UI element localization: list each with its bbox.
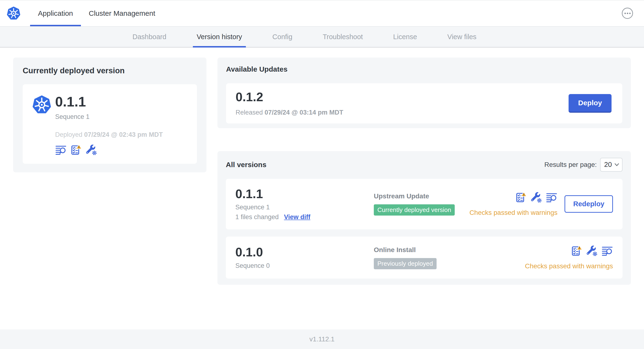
main-content: Currently deployed version [0,48,644,330]
version-row-middle: Online Install Previously deployed [374,246,525,269]
warning-triangle-icon [521,192,526,196]
all-versions-card: All versions Results per page: 20 [218,151,631,285]
update-released-timestamp: Released 07/29/24 @ 03:14 pm MDT [236,109,343,116]
tab-dashboard[interactable]: Dashboard [129,26,170,47]
available-updates-card: Available Updates 0.1.2 Released 07/29/2… [218,58,631,128]
row-version-number: 0.1.1 [235,188,374,200]
preflight-checks-warning-icon[interactable] [515,192,527,203]
warning-triangle-icon [577,246,582,250]
row-sequence: Sequence 0 [235,262,374,270]
preflight-checks-warning-icon[interactable] [70,144,82,156]
config-wrench-icon[interactable] [530,192,542,203]
version-row-0-1-1: 0.1.1 Sequence 1 1 files changed View di… [226,179,622,230]
currently-deployed-card: Currently deployed version [13,58,206,172]
available-updates-title: Available Updates [226,65,622,73]
previously-deployed-badge: Previously deployed [374,258,436,269]
row-source-label: Online Install [374,246,525,254]
tab-license[interactable]: License [389,26,421,47]
version-row-0-1-0: 0.1.0 Sequence 0 Online Install Previous… [226,236,622,278]
version-row-middle: Upstream Update Currently deployed versi… [374,192,470,216]
top-nav: Application Cluster Management [0,0,644,26]
view-diff-link[interactable]: View diff [284,214,310,221]
preflight-checks-warning-icon[interactable] [571,245,582,256]
preflight-status-text: Checks passed with warnings [470,209,558,216]
update-row: 0.1.2 Released 07/29/24 @ 03:14 pm MDT D… [226,83,622,124]
deployed-version-info: 0.1.1 Sequence 1 Deployed 07/29/24 @ 02:… [55,94,163,156]
version-row-left: 0.1.0 Sequence 0 [235,246,374,270]
all-versions-header: All versions Results per page: 20 [226,158,622,172]
nav-tab-application[interactable]: Application [30,0,81,26]
version-row-left: 0.1.1 Sequence 1 1 files changed View di… [235,188,374,221]
ellipsis-icon [624,13,626,14]
more-options-button[interactable] [622,8,633,19]
redeploy-button[interactable]: Redeploy [564,195,613,213]
deployed-action-icons [55,144,163,156]
version-row-actions: Checks passed with warnings Redeploy [470,192,613,216]
currently-deployed-badge: Currently deployed version [374,204,455,216]
results-per-page: Results per page: 20 [544,158,622,172]
chevron-down-icon [614,163,619,166]
view-diff-log-icon[interactable] [546,192,557,203]
deployed-timestamp: Deployed 07/29/24 @ 02:43 pm MDT [55,131,163,138]
footer: v1.112.1 [0,330,644,349]
nav-tab-application-label: Application [38,9,73,18]
app-subnav: Dashboard Version history Config Trouble… [0,26,644,48]
kubernetes-app-icon [32,95,51,114]
kubernetes-logo-icon [7,6,20,20]
all-versions-title: All versions [226,161,266,169]
deploy-button[interactable]: Deploy [568,94,612,113]
console-version: v1.112.1 [309,336,334,343]
deployed-version-number: 0.1.1 [55,94,163,109]
view-diff-log-icon[interactable] [55,144,66,156]
warning-triangle-icon [76,144,82,149]
row-source-label: Upstream Update [374,192,470,200]
row-action-icons [515,192,557,203]
preflight-status-text: Checks passed with warnings [525,262,613,270]
nav-tab-cluster-management[interactable]: Cluster Management [81,0,163,26]
results-per-page-value: 20 [604,161,612,168]
results-per-page-label: Results per page: [544,161,597,168]
deployed-sequence: Sequence 1 [55,113,163,120]
update-info: 0.1.2 Released 07/29/24 @ 03:14 pm MDT [236,90,343,116]
tab-version-history[interactable]: Version history [193,26,246,47]
results-per-page-select[interactable]: 20 [600,158,622,172]
right-column: Available Updates 0.1.2 Released 07/29/2… [218,58,631,285]
config-wrench-icon[interactable] [586,245,598,256]
admin-console-screen: Application Cluster Management Dashboard… [0,0,644,349]
config-wrench-icon[interactable] [86,144,97,156]
row-actions-column: Checks passed with warnings [525,245,613,270]
deployed-version-tile: 0.1.1 Sequence 1 Deployed 07/29/24 @ 02:… [23,84,197,164]
row-sequence: Sequence 1 [235,204,374,211]
row-files-changed: 1 files changed View diff [235,214,374,221]
nav-tab-cluster-management-label: Cluster Management [89,9,155,18]
version-row-actions: Checks passed with warnings [525,245,613,270]
update-version-number: 0.1.2 [236,90,343,104]
tab-view-files[interactable]: View files [444,26,480,47]
view-diff-log-icon[interactable] [602,245,613,256]
tab-config[interactable]: Config [268,26,296,47]
tab-troubleshoot[interactable]: Troubleshoot [319,26,367,47]
row-version-number: 0.1.0 [235,246,374,259]
row-actions-column: Checks passed with warnings [470,192,558,216]
row-action-icons [571,245,613,256]
currently-deployed-title: Currently deployed version [23,66,197,75]
top-nav-tabs: Application Cluster Management [30,0,163,26]
